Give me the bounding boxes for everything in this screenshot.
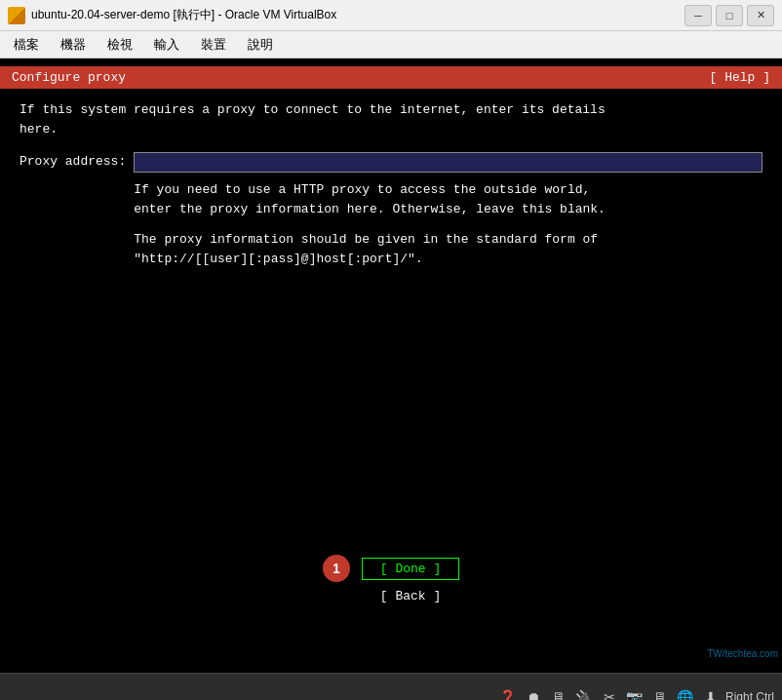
- proxy-hint2: The proxy information should be given in…: [134, 230, 762, 268]
- maximize-button[interactable]: □: [716, 5, 743, 26]
- watermark: TW/techtea.com: [707, 648, 778, 659]
- network-icon[interactable]: 🌐: [675, 686, 696, 701]
- proxy-hint1-line2: enter the proxy information here. Otherw…: [134, 200, 762, 219]
- proxy-form-row: Proxy address: If you need to use a HTTP…: [20, 152, 762, 268]
- step-circle: 1: [323, 555, 350, 582]
- vm-screen: Configure proxy [ Help ] If this system …: [0, 58, 782, 673]
- proxy-intro-line2: here.: [20, 120, 762, 139]
- proxy-hint1-line1: If you need to use a HTTP proxy to acces…: [134, 180, 762, 200]
- proxy-header: Configure proxy [ Help ]: [0, 66, 782, 89]
- back-button[interactable]: [ Back ]: [362, 586, 459, 606]
- menu-view[interactable]: 檢視: [98, 32, 142, 58]
- app-icon: [8, 7, 25, 24]
- proxy-right: If you need to use a HTTP proxy to acces…: [134, 152, 762, 268]
- proxy-hint2-line2: "http://[[user][:pass]@]host[:port]/".: [134, 250, 762, 269]
- display-icon[interactable]: 🖥: [548, 686, 569, 701]
- proxy-help[interactable]: [ Help ]: [710, 70, 770, 85]
- proxy-content: If this system requires a proxy to conne…: [0, 89, 782, 290]
- back-row: [ Back ]: [323, 586, 459, 606]
- help-icon[interactable]: ❓: [497, 686, 519, 701]
- statusbar-icons: ❓ ⏺ 🖥 🔌 ✂ 📷 🖥 🌐 ⬇: [497, 686, 722, 701]
- menu-devices[interactable]: 裝置: [191, 32, 236, 58]
- camera-icon[interactable]: 📷: [624, 686, 645, 701]
- proxy-label: Proxy address:: [20, 152, 126, 169]
- proxy-hint1: If you need to use a HTTP proxy to acces…: [134, 180, 762, 218]
- close-button[interactable]: ✕: [747, 5, 774, 26]
- window-controls: ─ □ ✕: [684, 5, 774, 26]
- proxy-intro: If this system requires a proxy to conne…: [20, 100, 762, 138]
- menubar: 檔案 機器 檢視 輸入 裝置 說明: [0, 31, 782, 58]
- proxy-title: Configure proxy: [12, 70, 126, 85]
- proxy-input[interactable]: [134, 152, 762, 173]
- window-title: ubuntu-20.04-server-demo [執行中] - Oracle …: [31, 7, 684, 23]
- monitor-icon[interactable]: 🖥: [649, 686, 671, 701]
- buttons-area: 1 [ Done ] [ Back ]: [0, 555, 782, 606]
- proxy-hint2-line1: The proxy information should be given in…: [134, 230, 762, 250]
- record-icon[interactable]: ⏺: [523, 686, 544, 701]
- scissors-icon[interactable]: ✂: [599, 686, 620, 701]
- done-button[interactable]: [ Done ]: [362, 558, 459, 580]
- menu-input[interactable]: 輸入: [144, 32, 189, 58]
- menu-file[interactable]: 檔案: [4, 32, 49, 58]
- usb-icon[interactable]: 🔌: [573, 686, 595, 701]
- menu-machine[interactable]: 機器: [51, 32, 96, 58]
- proxy-intro-line1: If this system requires a proxy to conne…: [20, 100, 762, 120]
- menu-help[interactable]: 說明: [238, 32, 283, 58]
- download-icon[interactable]: ⬇: [700, 686, 722, 701]
- titlebar: ubuntu-20.04-server-demo [執行中] - Oracle …: [0, 0, 782, 31]
- done-row: 1 [ Done ]: [323, 555, 459, 582]
- right-ctrl-label: Right Ctrl: [725, 690, 774, 701]
- minimize-button[interactable]: ─: [684, 5, 712, 26]
- statusbar: ❓ ⏺ 🖥 🔌 ✂ 📷 🖥 🌐 ⬇ Right Ctrl: [0, 673, 782, 700]
